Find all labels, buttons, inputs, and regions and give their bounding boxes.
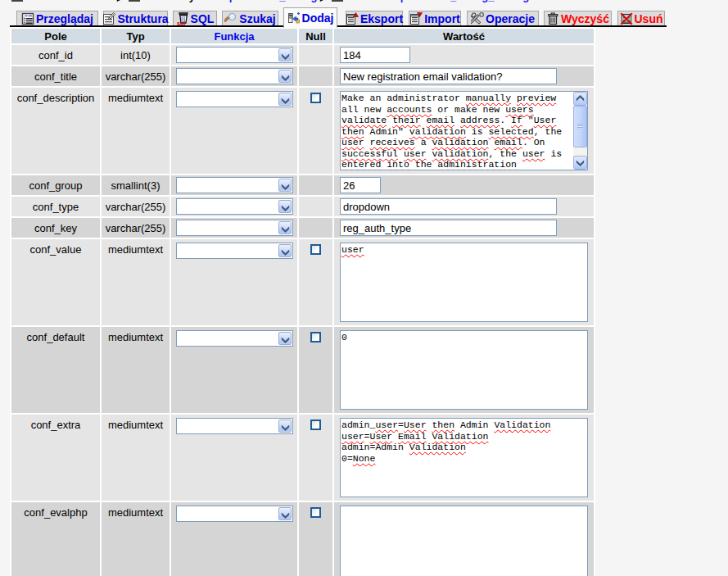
value-cell — [334, 197, 594, 216]
function-select-conf_evalphp[interactable] — [176, 506, 293, 522]
function-select-conf_extra[interactable] — [176, 418, 293, 434]
null-checkbox-conf_description[interactable] — [310, 93, 321, 103]
function-select-conf_description[interactable] — [176, 91, 293, 107]
tab-label: Przeglądaj — [36, 12, 93, 25]
value-input-conf_type[interactable] — [340, 198, 557, 215]
value-cell: Make an administrator manually previewal… — [334, 88, 594, 174]
value-input-conf_key[interactable] — [340, 220, 557, 236]
null-checkbox-conf_extra[interactable] — [310, 420, 321, 430]
scroll-up-icon[interactable] — [573, 92, 587, 106]
field-name: conf_default — [11, 327, 100, 413]
operations-icon — [471, 12, 484, 25]
header-pole: Pole — [11, 29, 100, 43]
null-checkbox-conf_value[interactable] — [310, 244, 321, 255]
function-select-conf_group[interactable] — [176, 177, 293, 193]
value-textarea-conf_extra[interactable]: admin_user=User then Admin Validationuse… — [340, 418, 588, 497]
null-cell — [299, 175, 332, 195]
tab-label: Operacje — [486, 12, 535, 25]
field-row-conf_default: conf_defaultmediumtext0 — [11, 327, 594, 413]
function-select-conf_type[interactable] — [176, 198, 293, 215]
field-type: smallint(3) — [102, 175, 170, 195]
breadcrumb-db-link[interactable]: vldpersonals_dating — [214, 0, 317, 2]
textarea-text: Make an administrator manually previewal… — [341, 92, 573, 170]
function-cell — [171, 66, 297, 86]
value-textarea-conf_description[interactable]: Make an administrator manually previewal… — [340, 91, 588, 170]
field-name: conf_key — [11, 218, 100, 238]
header-wartosc: Wartość — [334, 29, 594, 43]
value-textarea-conf_default[interactable]: 0 — [340, 330, 588, 410]
function-cell — [171, 175, 297, 195]
table-icon — [332, 0, 343, 2]
field-name: conf_id — [11, 45, 100, 65]
field-name: conf_type — [11, 197, 100, 216]
tab-label: Usuń — [635, 12, 663, 25]
field-row-conf_evalphp: conf_evalphpmediumtext — [11, 502, 594, 576]
header-typ: Typ — [102, 29, 170, 43]
server-icon — [11, 0, 23, 2]
textarea-text: 0 — [341, 331, 587, 409]
breadcrumb-server-link[interactable]: localhost — [67, 0, 114, 2]
null-checkbox-conf_default[interactable] — [310, 332, 321, 342]
function-cell — [171, 327, 297, 413]
funkcja-header-link[interactable]: Funkcja — [214, 30, 254, 43]
tab-wyczy[interactable]: Wyczyść — [544, 11, 612, 25]
tab-sql[interactable]: sqlSQL — [173, 11, 217, 25]
field-type: mediumtext — [102, 88, 170, 174]
breadcrumb-table-link[interactable]: vldpersonals_config_settings — [385, 0, 536, 2]
value-input-conf_id[interactable] — [340, 47, 410, 63]
value-input-conf_group[interactable] — [340, 177, 381, 193]
null-cell — [299, 45, 332, 65]
tab-bar: PrzeglądajStrukturasqlSQLSzukajDodajEksp… — [10, 7, 667, 27]
tab-label: Struktura — [117, 12, 168, 25]
null-cell — [299, 239, 332, 325]
tab-label: Szukaj — [239, 12, 275, 25]
tab-usu[interactable]: Usuń — [617, 11, 665, 25]
tab-import[interactable]: Import — [409, 11, 461, 25]
function-select-conf_title[interactable] — [176, 68, 293, 84]
field-row-conf_title: conf_titlevarchar(255) — [11, 66, 594, 86]
svg-text:sql: sql — [177, 20, 185, 25]
field-row-conf_id: conf_idint(10) — [11, 45, 594, 65]
tab-operacje[interactable]: Operacje — [467, 11, 539, 25]
textarea-text: user — [341, 243, 587, 321]
null-cell — [299, 218, 332, 238]
field-type: mediumtext — [102, 239, 170, 325]
tab-eksport[interactable]: Eksport — [346, 11, 403, 25]
value-textarea-conf_evalphp[interactable] — [340, 506, 588, 576]
value-textarea-conf_value[interactable]: user — [340, 243, 588, 322]
dropdown-arrow-icon — [278, 93, 292, 106]
import-icon — [409, 12, 423, 25]
scrollbar-thumb[interactable] — [573, 106, 587, 147]
tab-przegldaj[interactable]: Przeglądaj — [16, 11, 98, 25]
field-type: mediumtext — [102, 502, 170, 576]
tab-szukaj[interactable]: Szukaj — [222, 11, 278, 25]
dropdown-arrow-icon — [278, 420, 292, 433]
function-select-conf_id[interactable] — [176, 47, 293, 63]
textarea-text: admin_user=User then Admin Validationuse… — [341, 419, 587, 497]
empty-table-icon — [546, 12, 559, 25]
tab-dodaj[interactable]: Dodaj — [283, 7, 337, 28]
function-cell — [171, 502, 297, 576]
value-cell — [334, 66, 594, 86]
textarea-scrollbar[interactable] — [573, 92, 587, 170]
field-name: conf_group — [11, 175, 100, 195]
tab-struktura[interactable]: Struktura — [103, 11, 168, 25]
function-select-conf_key[interactable] — [176, 220, 293, 236]
value-cell: user — [334, 239, 594, 325]
dropdown-arrow-icon — [278, 507, 292, 520]
textarea-text — [341, 506, 587, 576]
scroll-down-icon[interactable] — [573, 156, 587, 170]
function-select-conf_default[interactable] — [176, 330, 293, 347]
field-row-conf_value: conf_valuemediumtextuser — [11, 239, 594, 325]
value-cell: 0 — [334, 327, 594, 413]
null-checkbox-conf_evalphp[interactable] — [310, 507, 321, 518]
breadcrumb-server-label: Serwer: — [25, 0, 67, 2]
value-input-conf_title[interactable] — [340, 68, 557, 84]
field-name: conf_value — [11, 239, 100, 325]
function-select-conf_value[interactable] — [176, 243, 293, 259]
field-name: conf_evalphp — [11, 502, 100, 576]
sql-icon: sql — [176, 12, 189, 25]
value-cell — [334, 218, 594, 238]
field-row-conf_description: conf_descriptionmediumtextMake an admini… — [11, 88, 594, 174]
field-row-conf_type: conf_typevarchar(255) — [11, 197, 594, 216]
